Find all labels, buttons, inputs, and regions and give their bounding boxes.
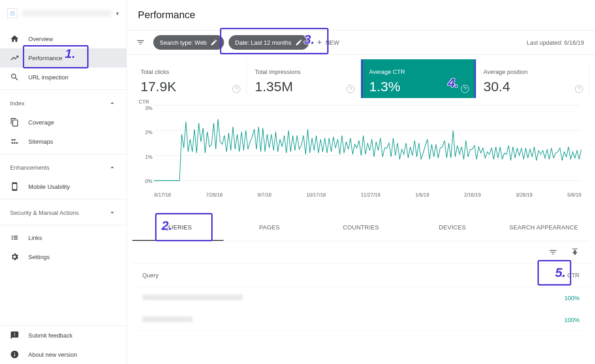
help-icon[interactable] (346, 84, 355, 94)
links-icon (10, 233, 19, 242)
add-new-filter[interactable]: + NEW (313, 38, 343, 47)
metric-average-ctr[interactable]: Average CTR 1.3% (361, 59, 475, 98)
sidebar-item-settings[interactable]: Settings (0, 247, 126, 266)
metric-value: 30.4 (484, 79, 581, 94)
ctr-cell: 100% (564, 317, 579, 323)
sidebar-item-overview[interactable]: Overview (0, 29, 126, 48)
sidebar-item-label: Settings (28, 254, 50, 260)
chevron-up-icon (108, 163, 116, 172)
sidebar-item-label: Mobile Usability (28, 183, 70, 190)
metric-label: Total impressions (255, 68, 353, 75)
trend-icon (10, 53, 19, 62)
property-name-blurred (22, 10, 111, 16)
edit-icon (210, 39, 218, 46)
sidebar-item-coverage[interactable]: Coverage (0, 113, 126, 132)
sidebar-item-label: Overview (28, 36, 53, 42)
tab-devices[interactable]: DEVICES (407, 215, 498, 241)
sidebar-item-mobile-usability[interactable]: Mobile Usability (0, 177, 126, 196)
home-icon (10, 34, 19, 43)
sidebar-item-about[interactable]: About new version (0, 345, 126, 364)
sidebar-item-performance[interactable]: Performance (0, 48, 126, 68)
ctr-chart: CTR 3%2%1%0% (132, 98, 581, 189)
sidebar-group-security[interactable]: Security & Manual Actions (0, 202, 126, 222)
column-query[interactable]: Query (142, 272, 559, 279)
sidebar-item-label: Sitemaps (28, 138, 53, 145)
property-selector[interactable]: ⬚ ▾ (0, 0, 126, 26)
metric-label: Average position (484, 68, 581, 75)
sidebar-item-label: Links (28, 234, 42, 241)
filter-icon[interactable] (132, 34, 149, 51)
sidebar-item-feedback[interactable]: Submit feedback (0, 326, 126, 345)
sidebar-item-label: Performance (28, 55, 62, 62)
edit-icon (295, 39, 303, 46)
sidebar-item-label: Coverage (28, 119, 54, 126)
tab-pages[interactable]: PAGES (224, 215, 315, 241)
chip-search-type[interactable]: Search type: Web (153, 35, 224, 50)
table-row[interactable]: 100% (132, 287, 590, 309)
gear-icon (10, 252, 19, 261)
tab-queries[interactable]: QUERIES (132, 215, 224, 241)
help-icon[interactable] (574, 84, 584, 94)
ctr-cell: 100% (564, 295, 579, 302)
sidebar-group-enhancements[interactable]: Enhancements (0, 157, 126, 177)
plus-icon: + (317, 38, 322, 47)
feedback-icon (10, 331, 19, 340)
chip-date-range[interactable]: Date: Last 12 months (229, 35, 309, 50)
chart-y-axis-title: CTR (139, 99, 149, 104)
sidebar-item-sitemaps[interactable]: Sitemaps (0, 132, 126, 151)
sitemap-icon (10, 137, 19, 146)
metric-total-clicks[interactable]: Total clicks 17.9K (132, 59, 247, 98)
metric-average-position[interactable]: Average position 30.4 (475, 59, 590, 98)
metric-value: 17.9K (141, 79, 238, 94)
chevron-down-icon: ▾ (116, 10, 119, 17)
table-header: Query CTR 5. (132, 263, 590, 287)
sidebar-item-label: About new version (28, 351, 77, 358)
metric-value: 1.35M (255, 79, 353, 94)
metric-value: 1.3% (369, 79, 467, 94)
sidebar-item-url-inspection[interactable]: URL inspection (0, 68, 126, 87)
chevron-up-icon (108, 99, 116, 107)
info-icon (10, 350, 19, 359)
sidebar-item-label: URL inspection (28, 74, 68, 81)
sidebar-item-links[interactable]: Links (0, 228, 126, 247)
query-cell (142, 295, 564, 302)
column-ctr[interactable]: CTR (559, 272, 579, 279)
help-icon[interactable] (460, 84, 470, 94)
download-icon[interactable] (569, 246, 581, 259)
sort-desc-icon (559, 272, 565, 279)
metric-total-impressions[interactable]: Total impressions 1.35M (247, 59, 361, 98)
metric-label: Total clicks (141, 68, 238, 75)
metric-label: Average CTR (369, 68, 467, 75)
property-logo: ⬚ (7, 8, 17, 18)
filter-rows-icon[interactable] (547, 246, 559, 259)
query-cell (142, 317, 564, 323)
page-title: Performance (127, 0, 595, 30)
search-icon (10, 73, 19, 82)
sidebar-item-label: Submit feedback (28, 332, 73, 339)
chevron-down-icon (108, 208, 116, 217)
sidebar-group-index[interactable]: Index (0, 93, 126, 113)
help-icon[interactable] (232, 84, 241, 94)
tab-countries[interactable]: COUNTRIES (315, 215, 407, 241)
phone-icon (10, 182, 19, 191)
copy-icon (10, 118, 19, 127)
tab-search-appearance[interactable]: SEARCH APPEARANCE (498, 215, 590, 241)
last-updated: Last updated: 6/16/19 (527, 39, 590, 46)
table-row[interactable]: 100% (132, 309, 590, 331)
